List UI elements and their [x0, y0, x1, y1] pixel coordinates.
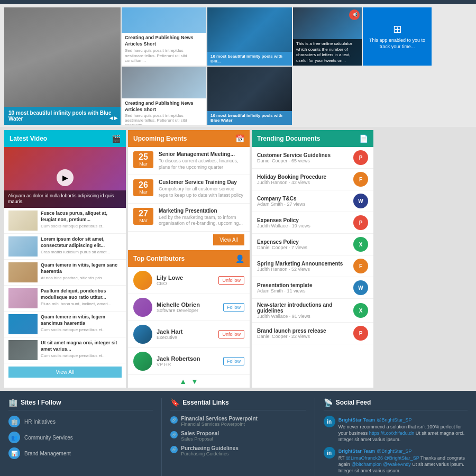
video-list: Fusce lacus purus, aliquet at, feugiat n… — [4, 208, 126, 363]
footer-link-item-1[interactable]: 🔗 Financial Services Powerpoint Financia… — [170, 416, 306, 427]
video-item-text: Lorem ipsum dolor sit amet, consectetur … — [41, 236, 122, 254]
latest-video-header: Latest Video 🎬 — [4, 130, 126, 147]
video-thumb-sm — [8, 340, 38, 360]
footer-site-item-2[interactable]: 👥 Community Services — [8, 432, 153, 443]
doc-icon-7: W — [353, 280, 368, 295]
list-item: Fusce lacus purus, aliquet at, feugiat n… — [4, 208, 126, 234]
events-view-all-button[interactable]: View All — [213, 234, 244, 245]
doc-text-1: Customer Service Guidelines Daniel Coope… — [257, 152, 349, 163]
video-view-all-button[interactable]: View All — [8, 367, 122, 378]
video-main-thumb[interactable]: ▶ Aliquam ac dolor id nulla lobortis adi… — [4, 147, 126, 208]
video-icon: 🎬 — [112, 134, 121, 143]
doc-item-2[interactable]: Holiday Booking Procedure Judith Hanson … — [252, 169, 373, 190]
link-icon-1: 🔗 — [170, 416, 178, 424]
doc-item-4[interactable]: Expenses Policy Judith Wallace · 19 view… — [252, 212, 373, 234]
middle-column: Upcoming Events 📅 25 Mar Senior Manageme… — [128, 130, 250, 388]
contributor-follow-button-1[interactable]: Unfollow — [218, 276, 244, 285]
hero-card-1-title: Creating and Publishing News Articles Sh… — [125, 35, 203, 47]
doc-text-2: Holiday Booking Procedure Judith Hanson … — [257, 174, 349, 185]
doc-item-3[interactable]: Company T&Cs Adam Smith · 27 views W — [252, 190, 373, 212]
contributor-info-2: Michelle Obrien Software Developer — [157, 301, 219, 313]
video-thumb-sm — [8, 210, 38, 231]
hero-card-1: Creating and Publishing News Articles Sh… — [122, 7, 206, 66]
doc-text-9: Brand launch press release Daniel Cooper… — [257, 328, 349, 339]
event-text-2: Customer Service Training Day Compulsory… — [159, 179, 244, 198]
hero-section: 10 most beautiful infinity pools with Bl… — [0, 4, 476, 127]
contributor-avatar-3 — [133, 325, 152, 344]
social-text-1: We never recommend a solution that isn't… — [338, 424, 468, 443]
doc-text-3: Company T&Cs Adam Smith · 27 views — [257, 196, 349, 207]
doc-icon-5: X — [353, 237, 368, 252]
site-icon-2: 👥 — [8, 432, 20, 443]
video-item-text: Paullum deliquit, ponderibus modulisque … — [41, 288, 122, 306]
footer-link-item-2[interactable]: 🔗 Sales Proposal Sales Proposal — [170, 431, 306, 442]
hero-card-5: Creating and Publishing News Articles Sh… — [122, 67, 206, 125]
top-contributors-section: Top Contributors 👤 Lily Lowe CEO Unfollo… — [128, 250, 250, 388]
social-ref-1: @BrightStar_SP — [377, 417, 411, 423]
event-item-3: 27 Mar Marketing Presentation Led by the… — [128, 204, 250, 232]
social-text-2: RT @LimaOfranck26 @BrightStar_SP Thanks … — [338, 455, 468, 474]
contributor-follow-button-3[interactable]: Unfollow — [218, 330, 244, 338]
doc-icon-4: P — [353, 215, 368, 230]
hero-card-2: 10 most beautiful infinity pools with Bl… — [207, 7, 292, 66]
social-item-2: in BrightStar Team @BrightStar_SP RT @Li… — [324, 447, 468, 474]
play-button[interactable]: ▶ — [57, 169, 74, 186]
site-icon-3: 📊 — [8, 447, 20, 459]
social-avatar-1: in — [324, 416, 335, 427]
event-date-3: 27 Mar — [133, 208, 153, 225]
doc-item-9[interactable]: Brand launch press release Daniel Cooper… — [252, 323, 373, 344]
video-item-text: Fusce lacus purus, aliquet at, feugiat n… — [41, 210, 122, 228]
nav-arrows[interactable]: ◂ ▸ — [109, 114, 117, 122]
hero-card-5-text: Sed haec quis possit intrepidus aestimar… — [125, 113, 203, 125]
hero-card-3: 📢 This is a free online calculator which… — [293, 7, 362, 66]
event-item-2: 26 Mar Customer Service Training Day Com… — [128, 175, 250, 203]
footer-link-item-3[interactable]: 🔗 Purchasing Guidelines Purchasing Guide… — [170, 445, 306, 456]
doc-text-6: Spring Marketing Announcements Judith Ha… — [257, 261, 349, 272]
hero-main-image: 10 most beautiful infinity pools with Bl… — [4, 7, 121, 125]
footer-site-item-1[interactable]: 🏢 HR Initiatives — [8, 416, 153, 427]
footer-site-item-3[interactable]: 📊 Brand Management — [8, 447, 153, 459]
doc-item-7[interactable]: Presentation template Adam Smith · 11 vi… — [252, 277, 373, 299]
contributor-item-1: Lily Lowe CEO Unfollow — [128, 267, 250, 294]
top-contributors-header: Top Contributors 👤 — [128, 250, 250, 267]
social-item-1: in BrightStar Team @BrightStar_SP We nev… — [324, 416, 468, 443]
doc-text-7: Presentation template Adam Smith · 11 vi… — [257, 282, 349, 294]
list-item: Ut sit amet magna orci, integer sit amet… — [4, 337, 126, 363]
scroll-arrows[interactable]: ▲ ▼ — [128, 375, 250, 388]
contributor-follow-button-4[interactable]: Follow — [223, 357, 244, 365]
event-date-1: 25 Mar — [133, 151, 153, 168]
doc-icon-8: X — [353, 303, 368, 318]
hero-card-6: 10 most beautiful infinity pools with Bl… — [207, 67, 292, 125]
event-item-1: 25 Mar Senior Management Meeting... To d… — [128, 147, 250, 175]
doc-text-5: Expenses Policy Daniel Cooper · 7 views — [257, 239, 349, 250]
footer-social-section: 📡 Social Feed in BrightStar Team @Bright… — [315, 398, 468, 476]
doc-item-8[interactable]: New-starter introductions and guidelines… — [252, 299, 373, 323]
video-main-caption: Aliquam ac dolor id nulla lobortis adipi… — [4, 190, 126, 208]
hero-card-4-title: This app enabled to you to track your ti… — [367, 38, 427, 50]
top-bar — [0, 0, 476, 4]
contributor-avatar-2 — [133, 298, 152, 317]
doc-icon-9: P — [353, 326, 368, 341]
doc-item-6[interactable]: Spring Marketing Announcements Judith Ha… — [252, 255, 373, 277]
footer-sites-section: 🏢 Sites I Follow 🏢 HR Initiatives 👥 Comm… — [8, 398, 161, 476]
doc-item-1[interactable]: Customer Service Guidelines Daniel Coope… — [252, 147, 373, 169]
contributor-follow-button-2[interactable]: Follow — [223, 303, 244, 312]
social-icon: 📡 — [324, 398, 333, 407]
hero-main-caption: 10 most beautiful infinity pools with Bl… — [4, 107, 121, 125]
footer-sites-title: 🏢 Sites I Follow — [8, 398, 153, 410]
hero-card-4: ⊞ This app enabled to you to track your … — [363, 7, 432, 66]
contributor-item-2: Michelle Obrien Software Developer Follo… — [128, 294, 250, 321]
social-ref-2: @BrightStar_SP — [377, 448, 411, 454]
scroll-up-icon[interactable]: ▲ — [179, 377, 187, 386]
calendar-icon: 📅 — [235, 134, 244, 143]
contributors-list: Lily Lowe CEO Unfollow Michelle Obrien S… — [128, 267, 250, 375]
doc-icon-6: F — [353, 259, 368, 273]
scroll-down-icon[interactable]: ▼ — [191, 377, 198, 386]
doc-icon-3: W — [353, 194, 368, 208]
contributor-item-4: Jack Robertson VP HR Follow — [128, 348, 250, 375]
site-icon-1: 🏢 — [8, 416, 20, 427]
doc-text-8: New-starter introductions and guidelines… — [257, 302, 349, 319]
list-item: Lorem ipsum dolor sit amet, consectetur … — [4, 234, 126, 260]
doc-item-5[interactable]: Expenses Policy Daniel Cooper · 7 views … — [252, 234, 373, 255]
upcoming-events-header: Upcoming Events 📅 — [128, 130, 250, 147]
